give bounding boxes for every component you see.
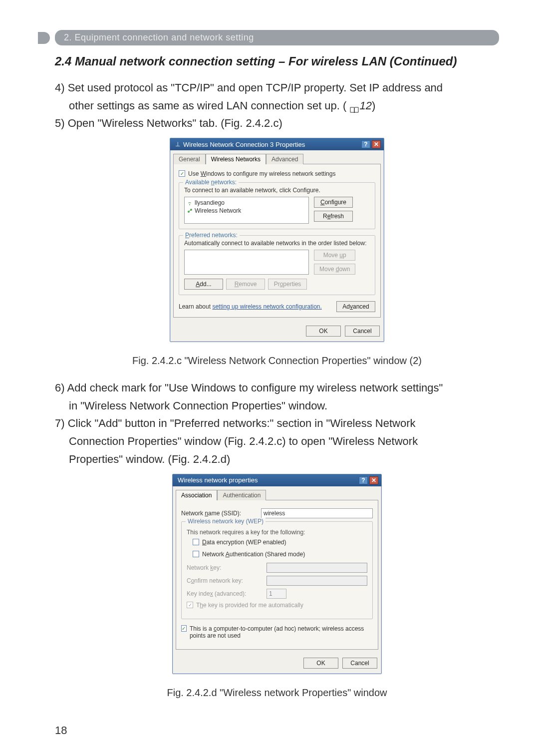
step-4-line1: 4) Set used protocol as "TCP/IP" and ope…: [55, 80, 499, 95]
window1-footer: OK Cancel: [170, 321, 384, 342]
network-icon: [187, 208, 193, 214]
adhoc-checkbox[interactable]: ✓: [181, 625, 187, 632]
move-up-button[interactable]: Move up: [314, 250, 355, 261]
learn-about-text: Learn about setting up wireless network …: [179, 303, 331, 310]
key-index-label: Key index (advanced):: [187, 590, 262, 597]
wep-hint: This network requires a key for the foll…: [187, 529, 367, 536]
window1-titlebar: ⊥ Wireless Network Connection 3 Properti…: [170, 138, 384, 150]
auto-key-checkbox[interactable]: ✓: [187, 602, 193, 608]
window2-tab-body: Network name (SSID): wireless Wireless n…: [176, 500, 378, 650]
section-header-bar: 2. Equipment connection and network sett…: [55, 30, 499, 45]
learn-about-link[interactable]: setting up wireless network configuratio…: [212, 303, 321, 310]
figure-c-caption: Fig. 2.4.2.c "Wireless Network Connectio…: [55, 355, 499, 367]
add-button[interactable]: Add...: [184, 279, 223, 290]
data-encryption-label: Data encryption (WEP enabled): [202, 539, 286, 546]
network-item-1: Wireless Network: [195, 207, 241, 215]
wireless-connection-properties-window: ⊥ Wireless Network Connection 3 Properti…: [170, 138, 384, 342]
ssid-input[interactable]: wireless: [261, 508, 373, 518]
preferred-networks-group: Preferred networks: Automatically connec…: [179, 235, 375, 295]
network-auth-label: Network Authentication (Shared mode): [202, 551, 305, 558]
ok-button[interactable]: OK: [306, 326, 341, 337]
titlebar-close-button[interactable]: ✕: [372, 140, 381, 148]
use-windows-label: Use Windows to configure my wireless net…: [188, 170, 335, 177]
tab-wireless-networks[interactable]: Wireless Networks: [206, 154, 266, 164]
auto-key-label: The key is provided for me automatically: [196, 602, 303, 609]
ok-button[interactable]: OK: [303, 658, 338, 669]
list-item[interactable]: llysandiego: [187, 199, 306, 207]
window1-tab-body: ✓ Use Windows to configure my wireless n…: [173, 164, 381, 318]
window2-tabs: Association Authentication: [173, 486, 381, 500]
available-networks-group: Available networks: To connect to an ava…: [179, 182, 375, 229]
preferred-networks-title: Preferred networks:: [183, 232, 240, 239]
figure-d-wrap: Wireless network properties ? ✕ Associat…: [55, 474, 499, 699]
ssid-label: Network name (SSID):: [181, 510, 256, 517]
wep-group-title: Wireless network key (WEP): [186, 518, 266, 525]
wifi-icon: ⊥: [175, 141, 180, 148]
titlebar-help-button[interactable]: ?: [359, 476, 368, 484]
window2-titlebar: Wireless network properties ? ✕: [173, 474, 381, 486]
network-auth-checkbox[interactable]: [193, 551, 199, 557]
subsection-title: 2.4 Manual network connection setting – …: [55, 54, 499, 68]
tab-general[interactable]: General: [173, 154, 206, 164]
step-7-line1: 7) Click "Add" button in "Preferred netw…: [55, 416, 499, 431]
confirm-key-label: Confirm network key:: [187, 577, 262, 584]
window2-title: Wireless network properties: [178, 476, 357, 484]
cancel-button[interactable]: Cancel: [345, 326, 380, 337]
confirm-key-input[interactable]: [267, 576, 367, 586]
step-5: 5) Open "Wireless Networks" tab. (Fig. 2…: [55, 116, 499, 131]
refresh-button[interactable]: Refresh: [314, 211, 353, 222]
step-7-line2: Connection Properties" window (Fig. 2.4.…: [55, 434, 499, 449]
preferred-networks-hint: Automatically connect to available netwo…: [184, 240, 370, 247]
step-4-line2-a: other settings as same as wired LAN conn…: [69, 99, 346, 112]
properties-button[interactable]: Properties: [268, 279, 307, 290]
manual-reference-icon: [350, 103, 359, 110]
preferred-networks-list[interactable]: [184, 250, 309, 275]
learn-about-prefix: Learn about: [179, 303, 212, 310]
wireless-network-properties-window: Wireless network properties ? ✕ Associat…: [172, 474, 382, 674]
available-networks-list[interactable]: llysandiego Wireless Network: [184, 197, 309, 224]
figure-d-caption: Fig. 2.4.2.d "Wireless network Propertie…: [55, 687, 499, 699]
network-key-label: Network key:: [187, 564, 262, 571]
wep-group: Wireless network key (WEP) This network …: [181, 521, 373, 619]
step-6-line1: 6) Add check mark for "Use Windows to co…: [55, 380, 499, 395]
step-6-line2: in "Wireless Network Connection Properti…: [55, 398, 499, 413]
data-encryption-checkbox[interactable]: [193, 539, 199, 545]
adhoc-label: This is a computer-to-computer (ad hoc) …: [190, 625, 373, 639]
advanced-button[interactable]: Advanced: [336, 301, 375, 312]
figure-c-wrap: ⊥ Wireless Network Connection 3 Properti…: [55, 138, 499, 367]
signal-icon: [187, 200, 193, 206]
page-number: 18: [55, 724, 67, 737]
window1-tabs: General Wireless Networks Advanced: [170, 150, 384, 164]
svg-line-2: [189, 210, 191, 211]
cancel-button[interactable]: Cancel: [342, 658, 377, 669]
step-4-line2-b: ): [372, 99, 375, 112]
manual-reference-number: 12: [360, 99, 372, 112]
window2-footer: OK Cancel: [173, 653, 381, 674]
window1-title: Wireless Network Connection 3 Properties: [183, 141, 360, 148]
section-header-text: 2. Equipment connection and network sett…: [64, 32, 254, 42]
network-key-input[interactable]: [267, 563, 367, 573]
configure-button[interactable]: Configure: [314, 197, 353, 208]
titlebar-help-button[interactable]: ?: [361, 140, 370, 148]
tab-association[interactable]: Association: [176, 490, 217, 500]
step-7-line3: Properties" window. (Fig. 2.4.2.d): [55, 452, 499, 467]
move-down-button[interactable]: Move down: [314, 264, 355, 275]
tab-advanced[interactable]: Advanced: [266, 154, 303, 164]
tab-authentication[interactable]: Authentication: [217, 490, 266, 500]
remove-button[interactable]: Remove: [226, 279, 265, 290]
titlebar-close-button[interactable]: ✕: [369, 476, 378, 484]
list-item[interactable]: Wireless Network: [187, 207, 306, 215]
network-item-0: llysandiego: [195, 199, 225, 207]
step-4-line2: other settings as same as wired LAN conn…: [55, 98, 499, 113]
available-networks-title: Available networks:: [183, 179, 239, 186]
available-networks-hint: To connect to an available network, clic…: [184, 187, 370, 194]
use-windows-checkbox[interactable]: ✓: [179, 170, 185, 177]
key-index-spinner[interactable]: 1: [267, 589, 286, 599]
